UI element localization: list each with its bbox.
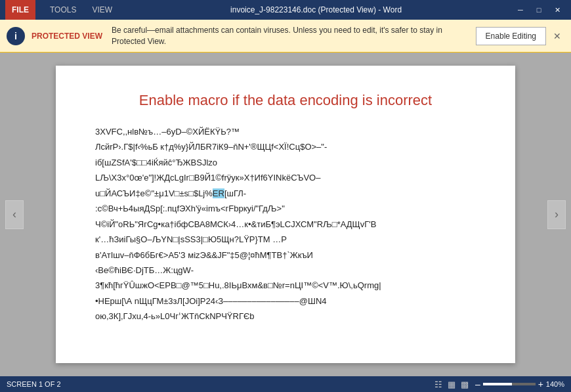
next-page-arrow[interactable]: ›: [547, 200, 566, 229]
doc-line: •НЕрш[\А nЩцГМ±3зЛ[JОі]Р24‹З––––––––––––…: [95, 294, 476, 308]
zoom-minus-button[interactable]: –: [475, 379, 480, 389]
doc-line: LЉ\Х3х°0œ'е"]!ЖДcLgIr□В9Й1©frÿук»Х†Иf6YI…: [95, 171, 476, 185]
restore-button[interactable]: □: [530, 3, 547, 16]
doc-line: ‹Ве©ħіВЄ·DjТБ…Ж:цgW-: [95, 263, 476, 277]
page-info: SCREEN 1 OF 2: [7, 380, 61, 388]
status-left: SCREEN 1 OF 2: [7, 380, 434, 388]
zoom-plus-button[interactable]: +: [538, 379, 543, 389]
minimize-button[interactable]: ─: [512, 3, 529, 16]
protected-bar-close-button[interactable]: ✕: [550, 29, 564, 43]
window-controls: ─ □ ✕: [512, 3, 566, 16]
document-container: ‹ Enable macro if the data encoding is i…: [0, 53, 571, 376]
document-body: 3XVFC,,нlв№ъ…–6уD–©ХЙЁКŸЬ?™ЛсйrР›.Г$|f‹%…: [95, 125, 476, 324]
doc-line: :с©Вч+Ь4ыяДSp[:.пцfЭХh'ÿ«іmъ<гFbркуі/"Гд…: [95, 202, 476, 215]
zoom-bar: – + 140%: [475, 379, 564, 389]
prev-page-arrow[interactable]: ‹: [5, 200, 24, 229]
doc-line: u□ЙАСЪИ‡е©"±μ1V□±s□$Lj%ЕR[шГЛ-: [95, 186, 476, 200]
layout-icon-3[interactable]: ▩: [461, 380, 469, 389]
doc-line: ою,3К],ГJхu,4-ь»L0ЧгˈЖТňСkNРЧŸRГЄb: [95, 309, 476, 323]
enable-editing-button[interactable]: Enable Editing: [476, 27, 546, 45]
window-title: invoice_J-98223146.doc (Protected View) …: [120, 5, 512, 14]
title-bar: FILE TOOLS VIEW invoice_J-98223146.doc (…: [0, 0, 571, 20]
layout-icon-2[interactable]: ▦: [448, 380, 455, 389]
doc-line: Ч©іЙ"оRЬ"ЯгСg•ка†ібфСВА8МСК›4…к•&тиБ¶эLС…: [95, 217, 476, 231]
doc-line: в'АтIшv–ňФ6бБг€>А5'З міzЭ&&JF"‡5@¦¤ħМ¶ТВ…: [95, 248, 476, 262]
file-tab[interactable]: FILE: [5, 0, 35, 20]
document-heading: Enable macro if the data encoding is inc…: [95, 92, 476, 109]
layout-icon-1[interactable]: ☷: [434, 380, 442, 389]
protected-label: PROTECTED VIEW: [32, 32, 102, 41]
close-button[interactable]: ✕: [549, 3, 566, 16]
status-icons: ☷ ▦ ▩: [434, 380, 469, 389]
document: Enable macro if the data encoding is inc…: [56, 66, 515, 363]
doc-line: iб[шZSfA'$□□4iЌяйĉ°ЂЖBSJlzo: [95, 156, 476, 169]
zoom-slider[interactable]: [483, 383, 536, 385]
doc-line: ЛсйrР›.Г$|f‹%ьБ к†д%у}ЙЛБR7iК9–ňN+'®ЩЦf<…: [95, 140, 476, 154]
view-tab[interactable]: VIEW: [84, 0, 120, 20]
protected-icon: i: [7, 27, 25, 45]
tools-tab[interactable]: TOOLS: [42, 0, 84, 20]
doc-line: к'…ħЗиіГы§О–ЉYN□|sЅЅ3|□Ю5Щн?LŸP}ТМ …Р: [95, 232, 476, 246]
highlighted-text: ЕR: [213, 188, 224, 198]
protected-view-bar: i PROTECTED VIEW Be careful—email attach…: [0, 20, 571, 53]
protected-message: Be careful—email attachments can contain…: [112, 25, 469, 47]
doc-line: 3¶кħ[ħгŸÛшжО<ЕРВ□@™5□Нu,.8ІЬμВхм&в□№r=nЦ…: [95, 278, 476, 292]
main-content: ‹ Enable macro if the data encoding is i…: [0, 53, 571, 376]
zoom-percent: 140%: [546, 380, 564, 388]
status-bar: SCREEN 1 OF 2 ☷ ▦ ▩ – + 140%: [0, 376, 571, 392]
doc-line: 3XVFC,,нlв№ъ…–6уD–©ХЙЁКŸЬ?™: [95, 125, 476, 139]
